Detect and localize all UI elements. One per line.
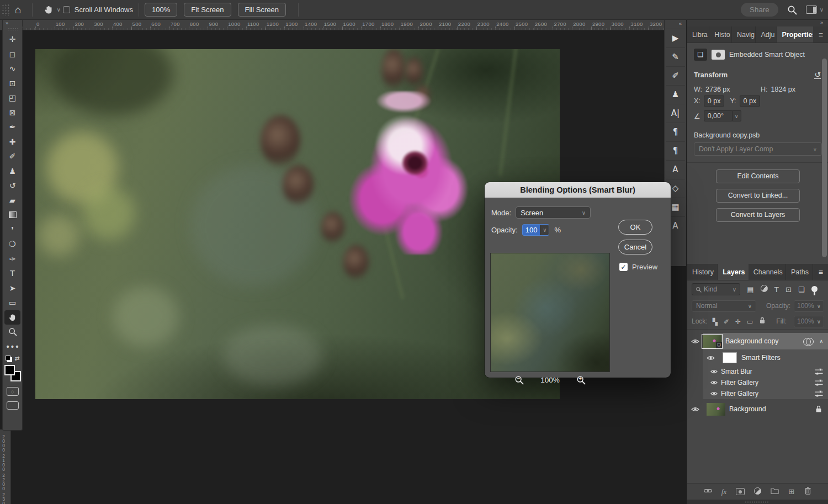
layer-name[interactable]: Background	[729, 405, 766, 413]
crop-tool[interactable]: ◰	[4, 91, 20, 105]
brushes-panel[interactable]: ✐	[666, 66, 685, 85]
blur-tool[interactable]: ❜	[4, 222, 20, 237]
visibility-eye-icon[interactable]	[687, 338, 703, 344]
edit-contents-button[interactable]: Edit Contents	[716, 169, 800, 183]
visibility-eye-icon[interactable]	[703, 355, 718, 361]
default-colors-icon[interactable]	[6, 356, 10, 360]
tab-properties[interactable]: Properties	[777, 26, 813, 43]
reset-transform-icon[interactable]: ↺	[814, 71, 821, 79]
smart-object-filter[interactable]: ❏	[798, 285, 805, 294]
eyedropper-tool[interactable]: ✒	[4, 120, 20, 135]
brush-settings-panel[interactable]: ✎	[666, 47, 685, 66]
cancel-button[interactable]: Cancel	[618, 240, 652, 254]
lock-artboard[interactable]: ▭	[747, 317, 753, 326]
screen-mode-button[interactable]	[7, 401, 19, 410]
properties-menu-icon[interactable]: ≡	[813, 26, 828, 43]
tab-adjustments[interactable]: Adju	[756, 26, 777, 43]
opacity-chevron-icon[interactable]: ∨	[540, 225, 549, 235]
eraser-tool[interactable]: ▰	[4, 193, 20, 208]
type-tool[interactable]: T	[4, 266, 20, 281]
clone-stamp-tool[interactable]: ♟	[4, 164, 20, 179]
rectangular-marquee-tool[interactable]: ◻	[4, 47, 20, 62]
hand-tool-chevron-icon[interactable]: ∨	[56, 7, 60, 13]
visibility-eye-icon[interactable]	[687, 406, 703, 412]
rotation-chevron-icon[interactable]: ∨	[732, 110, 741, 121]
scroll-all-windows-checkbox[interactable]	[63, 6, 70, 13]
history-brush-tool[interactable]: ↺	[4, 178, 20, 193]
properties-scrollbar[interactable]	[822, 59, 827, 257]
filter-blending-options-icon[interactable]	[815, 368, 823, 375]
move-tool[interactable]: ✛	[4, 32, 20, 47]
smart-filter-row[interactable]: Filter Gallery	[703, 377, 828, 388]
ok-button[interactable]: OK	[618, 220, 652, 235]
quick-mask-button[interactable]: ◌	[7, 387, 19, 396]
smart-filter-name[interactable]: Filter Gallery	[721, 390, 758, 397]
filter-blending-options-icon[interactable]	[815, 390, 823, 397]
zoom-in-icon[interactable]: +	[576, 375, 586, 385]
character-panel[interactable]: A|	[666, 104, 685, 123]
layers-menu-icon[interactable]: ≡	[813, 264, 828, 280]
blur-preview-image[interactable]	[490, 253, 610, 372]
zoom-100-button[interactable]: 100%	[145, 3, 177, 17]
paragraph-styles-panel[interactable]: ¶	[666, 141, 685, 160]
frame-tool[interactable]: ⊠	[4, 105, 20, 120]
layer-effects[interactable]: fx	[721, 487, 726, 496]
smart-filters-row[interactable]: Smart Filters	[703, 349, 828, 366]
convert-to-layers-button[interactable]: Convert to Layers	[716, 208, 800, 222]
opacity-input[interactable]: 100 ∨	[522, 224, 550, 236]
x-position-field[interactable]: 0 px	[704, 96, 725, 107]
mask-thumbnail-icon[interactable]	[712, 50, 725, 60]
actions-panel[interactable]: ▶	[666, 29, 685, 47]
smart-filter-row[interactable]: Smart Blur	[703, 366, 828, 377]
lasso-tool[interactable]: ∿	[4, 61, 20, 76]
gradient-tool[interactable]	[4, 208, 20, 222]
smart-filter-badge-icon[interactable]	[803, 338, 813, 345]
y-position-field[interactable]: 0 px	[740, 96, 761, 107]
panels-expand-icon[interactable]: »	[687, 20, 828, 26]
edit-toolbar[interactable]: •••	[4, 339, 20, 354]
tab-history[interactable]: History	[687, 264, 718, 280]
vertical-ruler[interactable]: 2 0 0 02 1 0 02 2 0 02 3 0 0	[0, 429, 11, 504]
blend-mode-select[interactable]: Normal ∨	[692, 300, 756, 312]
tab-layers[interactable]: Layers	[718, 264, 749, 280]
new-layer[interactable]: ⊞	[788, 487, 794, 496]
layer-name[interactable]: Background copy	[725, 337, 779, 345]
hand-tool[interactable]	[4, 310, 20, 325]
convert-to-linked-button[interactable]: Convert to Linked...	[716, 189, 800, 203]
hand-tool-icon[interactable]	[38, 4, 56, 15]
workspace-switcher-icon[interactable]	[806, 6, 817, 14]
mode-select[interactable]: Screen ∨	[516, 206, 591, 219]
horizontal-ruler[interactable]: 0010020030040050060070080090010001100120…	[0, 20, 664, 30]
layer-row-background-copy[interactable]: ❏ Background copy ∧	[687, 333, 828, 349]
tab-navigator[interactable]: Navig	[732, 26, 756, 43]
layer-comp-select[interactable]: Don't Apply Layer Comp ∨	[694, 142, 822, 156]
lock-all[interactable]	[759, 317, 766, 326]
pen-tool[interactable]: ✑	[4, 252, 20, 267]
tab-channels[interactable]: Channels	[749, 264, 786, 280]
home-icon[interactable]: ⌂	[9, 4, 26, 16]
preview-checkbox[interactable]: ✓	[619, 263, 628, 271]
workspace-chevron-icon[interactable]: ∨	[820, 7, 824, 13]
fill-screen-button[interactable]: Fill Screen	[238, 3, 286, 17]
type-layers-filter[interactable]: T	[774, 285, 779, 294]
layer-row-background[interactable]: Background	[687, 401, 828, 417]
smart-filter-name[interactable]: Filter Gallery	[721, 379, 758, 386]
new-group[interactable]	[771, 487, 779, 496]
new-adjustment-layer[interactable]	[754, 487, 761, 496]
opacity-value[interactable]: 100	[523, 225, 540, 235]
layer-thumbnail[interactable]: ❏	[703, 335, 721, 348]
lock-position[interactable]: ✛	[735, 317, 741, 326]
smart-filter-name[interactable]: Smart Blur	[721, 368, 752, 375]
character-styles-panel[interactable]: A	[666, 160, 685, 179]
shape-tool[interactable]: ▭	[4, 295, 20, 310]
layer-thumbnail[interactable]	[707, 403, 725, 416]
path-selection-tool[interactable]: ➤	[4, 281, 20, 296]
fit-screen-button[interactable]: Fit Screen	[184, 3, 231, 17]
fill-value-select[interactable]: 100% ∨	[794, 316, 824, 327]
collapse-smart-filters-icon[interactable]: ∧	[817, 338, 825, 344]
zoom-tool[interactable]	[4, 325, 20, 339]
delete-layer[interactable]	[804, 487, 812, 496]
filter-blending-options-icon[interactable]	[815, 379, 823, 386]
tab-libraries[interactable]: Libra	[687, 26, 709, 43]
spot-healing-brush-tool[interactable]: ✚	[4, 135, 20, 150]
